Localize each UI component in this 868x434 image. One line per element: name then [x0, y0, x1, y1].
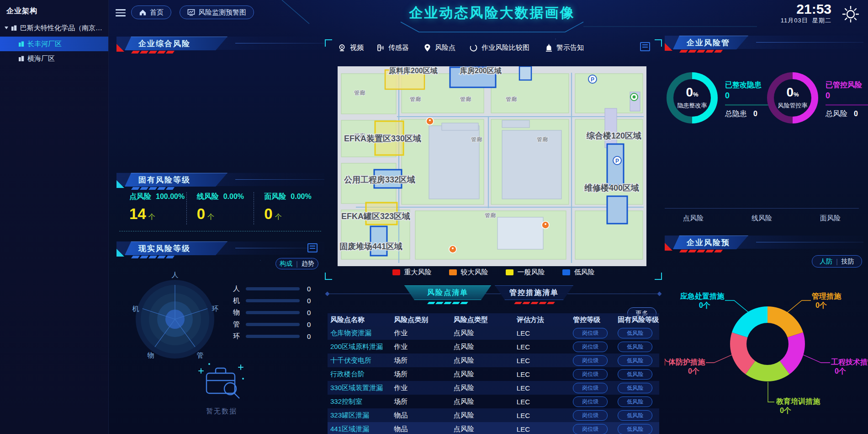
panel-title: 企业风险预警 [673, 236, 748, 263]
time: 21:53 [781, 2, 831, 16]
risk-point-table: 风险点名称 风险点类别 风险点类型 评估方法 管控等级 固有风险等级 仓库物资泄… [328, 313, 659, 434]
tab-risk-point-list[interactable]: 风险点清单 [404, 285, 491, 300]
corridor-label: 管廊 [537, 136, 548, 143]
list-item: 机0 [233, 295, 324, 306]
toggle-trend[interactable]: 趋势 [302, 260, 314, 268]
list-icon[interactable] [307, 243, 318, 252]
value-bar [246, 323, 300, 326]
zone-blue-small[interactable] [519, 66, 531, 80]
inherent-level-pill[interactable]: 低风险 [618, 410, 652, 421]
risk-monitor-button[interactable]: 风险监测预警图 [180, 5, 254, 19]
toolbar-video[interactable]: 视频 [338, 42, 364, 53]
tab-area-risk[interactable]: 面风险 [820, 214, 841, 223]
table-row[interactable]: 441区域泄漏物品点风险LEC岗位级低风险 [328, 422, 659, 434]
parking-marker: P [613, 156, 621, 165]
measure-label-management: 管理措施 [811, 292, 842, 300]
legend-swatch-orange [449, 269, 457, 275]
composition-trend-toggle[interactable]: 构成 | 趋势 [275, 258, 318, 269]
toolbar-sensor[interactable]: 传感器 [376, 42, 409, 53]
corridor-label: 管廊 [485, 212, 496, 219]
tree-node-henghai[interactable]: 横海厂区 [0, 51, 108, 66]
toolbar-risk-point[interactable]: 风险点 [423, 42, 455, 53]
panel-title: 现实风险等级 [125, 242, 228, 255]
toggle-tech-defense[interactable]: 技防 [842, 257, 854, 266]
camera-icon [338, 43, 346, 52]
legend-item: 低风险 [562, 268, 595, 277]
warning-marker[interactable] [542, 221, 549, 229]
zone-blue-400[interactable] [607, 196, 627, 224]
list-item: 人0 [233, 283, 324, 295]
top-header: 首页 风险监测预警图 企业动态风险大数据画像 21:53 11月03日 星期二 [108, 0, 868, 33]
poi-marker-green [630, 93, 638, 101]
defense-toggle[interactable]: 人防 | 技防 [812, 255, 862, 268]
legend-item: 一般风险 [506, 268, 545, 277]
inherent-level-pill[interactable]: 低风险 [618, 396, 652, 407]
table-row[interactable]: 行政楼台阶场所点风险LEC岗位级低风险 [328, 367, 659, 381]
tab-line-risk[interactable]: 线风险 [752, 214, 772, 223]
inherent-level-pill[interactable]: 低风险 [618, 424, 652, 434]
header-dashes [132, 187, 174, 190]
home-button[interactable]: 首页 [131, 5, 171, 19]
inherent-level-pill[interactable]: 低风险 [618, 369, 652, 380]
value-bar [246, 311, 300, 314]
factory-map[interactable]: P P 管廊 管廊 管廊 管廊 [338, 66, 646, 266]
legend-item: 重大风险 [392, 268, 432, 277]
toggle-composition[interactable]: 构成 [280, 260, 292, 268]
toggle-human-defense[interactable]: 人防 [820, 257, 832, 266]
radar-axis-environment: 环 [212, 305, 219, 312]
control-level-pill[interactable]: 岗位级 [573, 355, 608, 366]
map-canvas: P P 管廊 管廊 管廊 管廊 [338, 66, 646, 266]
bell-icon [545, 43, 553, 52]
corridor-label: 管廊 [410, 96, 421, 102]
warning-marker[interactable] [426, 118, 434, 125]
control-level-pill[interactable]: 岗位级 [573, 424, 608, 434]
table-row[interactable]: 200区域原料泄漏作业点风险LEC岗位级低风险 [328, 340, 659, 354]
tree-node-label: 横海厂区 [27, 54, 55, 63]
corridor-label: 管廊 [460, 96, 471, 102]
control-level-pill[interactable]: 岗位级 [573, 396, 608, 407]
tab-point-risk[interactable]: 点风险 [683, 214, 704, 223]
slice-management [767, 306, 803, 338]
control-level-pill[interactable]: 岗位级 [573, 328, 608, 338]
radar-axis-person: 人 [172, 271, 179, 279]
header-dashes [132, 256, 174, 258]
tab-control-measure-list[interactable]: 管控措施清单 [495, 285, 573, 300]
tree-node-label: 巴斯夫特性化学品（南京）有... [20, 24, 105, 32]
corner-bracket [655, 39, 662, 47]
menu-toggle-button[interactable] [116, 9, 126, 16]
date: 11月03日 [781, 17, 808, 24]
control-level-pill[interactable]: 岗位级 [573, 383, 608, 393]
value-bar [246, 287, 300, 290]
control-level-pill[interactable]: 岗位级 [573, 410, 608, 421]
tree-node-company[interactable]: 巴斯夫特性化学品（南京）有... [0, 21, 108, 35]
home-icon [139, 9, 147, 16]
corridor-label: 管廊 [471, 136, 482, 143]
caret-down-icon [5, 27, 8, 29]
control-level-pill[interactable]: 岗位级 [573, 369, 608, 380]
table-row[interactable]: 十千伏变电所场所点风险LEC岗位级低风险 [328, 354, 659, 367]
panel-header-risk-control: 企业风险管控 [665, 36, 863, 51]
table-row[interactable]: 332控制室场所点风险LEC岗位级低风险 [328, 395, 659, 408]
measures-donut-chart: 应急处置措施 0个 管理措施 0个 工程技术措施 0个 教育培训措施 0个 个体… [665, 282, 868, 433]
tree-node-changfenghe[interactable]: 长丰河厂区 [0, 37, 108, 51]
table-row[interactable]: 323罐区泄漏物品点风险LEC岗位级低风险 [328, 408, 659, 422]
corner-accent [665, 43, 672, 51]
table-row[interactable]: 仓库物资泄漏作业点风险LEC岗位级低风险 [328, 326, 659, 340]
inherent-level-pill[interactable]: 低风险 [618, 328, 652, 338]
map-list-icon[interactable] [640, 42, 650, 51]
control-level-pill[interactable]: 岗位级 [573, 342, 608, 352]
inherent-level-pill[interactable]: 低风险 [618, 355, 652, 366]
header-dashes [132, 51, 174, 54]
inherent-level-pill[interactable]: 低风险 [618, 383, 652, 393]
radar-axis-management: 管 [197, 351, 204, 359]
zone-blue-441[interactable] [370, 226, 387, 256]
map-label-200b: 库房200区域 [460, 66, 502, 75]
svg-text:P: P [591, 76, 594, 83]
warning-marker[interactable] [449, 246, 456, 253]
measure-label-protection: 个体防护措施 [665, 358, 705, 366]
table-row[interactable]: 330区域装置泄漏作业点风险LEC岗位级低风险 [328, 381, 659, 395]
inherent-level-pill[interactable]: 低风险 [618, 342, 652, 352]
toolbar-work-risk-compare[interactable]: 作业风险比较图 [469, 42, 529, 53]
toolbar-warning-notice[interactable]: 警示告知 [545, 42, 584, 53]
table-header-row: 风险点名称 风险点类别 风险点类型 评估方法 管控等级 固有风险等级 [328, 313, 659, 326]
